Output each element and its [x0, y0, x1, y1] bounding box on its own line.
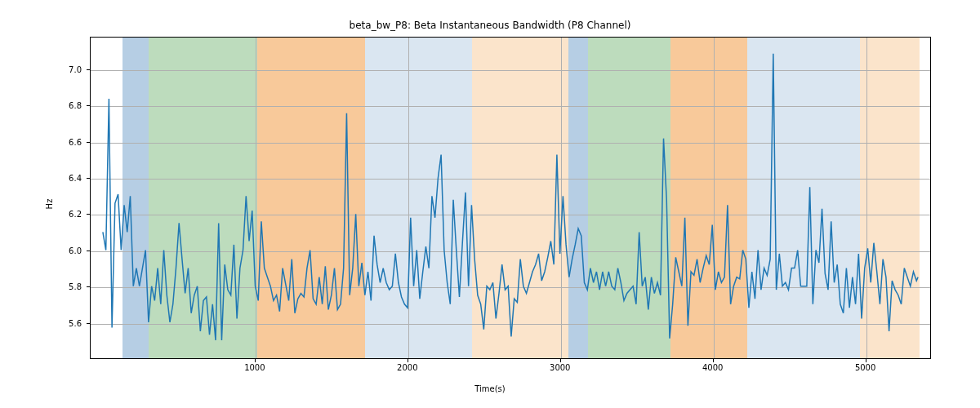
figure: beta_bw_P8: Beta Instantaneous Bandwidth…: [0, 0, 980, 408]
x-tick-mark: [866, 359, 866, 362]
line-series: [91, 38, 930, 358]
y-tick-label: 6.0: [69, 246, 82, 255]
y-axis-label: Hz: [45, 199, 54, 210]
y-tick-label: 6.8: [69, 101, 82, 110]
y-tick-mark: [87, 69, 90, 70]
x-tick-label: 3000: [550, 363, 570, 372]
x-tick-label: 4000: [702, 363, 723, 372]
axes: 10002000300040005000 5.65.86.06.26.46.66…: [90, 37, 931, 359]
y-tick-label: 6.4: [69, 174, 82, 183]
x-tick-mark: [255, 359, 256, 362]
y-tick-mark: [87, 286, 90, 287]
x-tick-label: 5000: [855, 363, 875, 372]
x-tick-mark: [408, 359, 408, 362]
y-tick-mark: [87, 178, 90, 179]
x-tick-label: 2000: [397, 363, 417, 372]
y-tick-label: 6.6: [69, 137, 82, 146]
x-tick-label: 1000: [244, 363, 265, 372]
y-tick-mark: [87, 251, 90, 251]
chart-title: beta_bw_P8: Beta Instantaneous Bandwidth…: [0, 20, 980, 31]
y-tick-mark: [87, 142, 90, 143]
y-tick-label: 5.8: [69, 282, 82, 291]
y-tick-label: 6.2: [69, 210, 82, 219]
y-tick-mark: [87, 214, 90, 215]
plot-area: [90, 37, 931, 359]
x-axis-label: Time(s): [0, 384, 980, 393]
y-tick-label: 5.6: [69, 318, 82, 327]
y-tick-mark: [87, 105, 90, 106]
x-tick-mark: [560, 359, 561, 362]
y-tick-mark: [87, 323, 90, 324]
y-tick-label: 7.0: [69, 64, 82, 73]
x-tick-mark: [713, 359, 714, 362]
